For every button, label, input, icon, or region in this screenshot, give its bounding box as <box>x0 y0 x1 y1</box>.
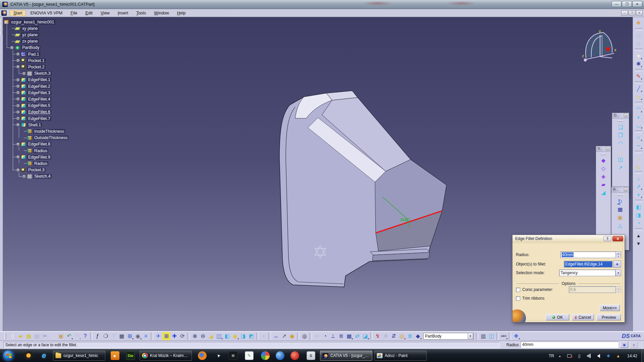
close-icon[interactable]: x <box>606 147 610 150</box>
tree-item-pocket-3[interactable]: −Pocket.3 <box>16 167 46 173</box>
part-design-workbench-icon[interactable]: ❖ <box>635 19 643 27</box>
radius-input[interactable]: 40mm <box>560 251 616 258</box>
dialog-toggle-icon[interactable]: ▣ <box>620 342 628 348</box>
show-hidden-icons[interactable]: ▴ <box>557 353 562 359</box>
tree-item-radius[interactable]: Radius <box>27 147 48 154</box>
annotation-frame-icon[interactable]: ◫ <box>487 332 495 340</box>
tree-item-outsidethickness[interactable]: OutsideThickness <box>27 135 68 141</box>
device-icon[interactable]: ▯ <box>577 353 582 359</box>
multi-view-icon[interactable]: ◫▾ <box>215 332 223 340</box>
cancel-button[interactable]: Cancel <box>572 314 594 320</box>
menu-tools[interactable]: Tools <box>132 10 150 16</box>
close-button[interactable]: ✕ <box>632 1 642 7</box>
spiral-icon[interactable]: ∞ <box>313 332 321 340</box>
fly-mode-icon[interactable]: ✈ <box>154 332 162 340</box>
conic-parameter-checkbox[interactable] <box>516 288 520 292</box>
dropdown-arrow-icon[interactable]: ▼ <box>468 333 473 340</box>
3ds-max-icon[interactable]: M <box>229 351 237 360</box>
cursor-icon[interactable]: ➤ <box>214 351 223 360</box>
menu-file[interactable]: File <box>67 10 81 16</box>
formula-icon[interactable]: ƒ <box>94 332 102 340</box>
apply-material-icon[interactable]: ✱ <box>382 332 390 340</box>
isometric-view-icon[interactable]: ◧ <box>223 332 231 340</box>
tree-expander-icon[interactable]: − <box>16 142 20 146</box>
selection-filter-icon[interactable]: ✱▾ <box>635 60 643 68</box>
join-surface-icon[interactable]: ❑ <box>616 123 625 131</box>
parameters-list-icon[interactable]: ≡ <box>142 332 150 340</box>
measure-item-icon[interactable]: ↗ <box>280 332 288 340</box>
bounding-outline-icon[interactable]: ▫ <box>260 332 268 340</box>
specification-tree[interactable]: ozgur_kese1_himic001xy planeyz planezx p… <box>4 19 111 186</box>
work-grid-icon[interactable]: ▦▾ <box>345 332 353 340</box>
task-folder[interactable]: ozgur_kese1_himic <box>53 351 105 361</box>
mdi-close-button[interactable]: ✕ <box>636 10 643 15</box>
tree-expander-icon[interactable]: + <box>16 52 20 56</box>
tree-expander-icon[interactable]: + <box>16 104 20 108</box>
split-surface-icon[interactable]: ◧ <box>635 203 643 211</box>
preview-button[interactable]: Preview <box>597 314 621 320</box>
pinwheel-icon[interactable] <box>261 351 270 360</box>
tree-item-yz-plane[interactable]: yz plane <box>15 32 39 38</box>
healing-surface-icon[interactable]: ❒ <box>616 131 625 139</box>
rectangular-pattern-icon[interactable]: ▦ <box>616 205 624 214</box>
dimension-frame-icon[interactable]: ▥ <box>479 332 487 340</box>
relations-icon[interactable]: ⊞▾ <box>126 332 134 340</box>
tree-item-shell-1[interactable]: −Shell.1 <box>16 122 42 128</box>
book-icon[interactable]: S <box>307 351 315 360</box>
text-with-leader-icon[interactable]: ABC▾ <box>500 332 508 340</box>
tree-item-edgefillet-9[interactable]: −EdgeFillet.9 <box>16 154 51 160</box>
copy-icon[interactable]: ◫ <box>49 332 57 340</box>
tree-expander-icon[interactable]: + <box>22 175 26 178</box>
clock[interactable]: 14:42 <box>627 354 637 358</box>
minimize-button[interactable]: — <box>611 1 622 7</box>
measure-inertia-icon[interactable]: ◉ <box>288 332 296 340</box>
tree-expander-icon[interactable]: − <box>10 46 14 50</box>
power-copy-icon[interactable]: △ <box>616 222 624 230</box>
globe-icon[interactable] <box>276 351 284 360</box>
signal-icon[interactable] <box>586 353 592 359</box>
knowledge-inspector-icon[interactable]: ? <box>110 332 118 340</box>
cut-icon[interactable]: ✂ <box>41 332 49 340</box>
fillet-surface-icon[interactable]: ◡▾ <box>635 121 643 129</box>
select-arrow-icon[interactable]: ➤▾ <box>635 52 643 60</box>
firefox-icon[interactable] <box>198 351 207 360</box>
design-table-icon[interactable]: ▦ <box>118 332 126 340</box>
volume-icon[interactable] <box>596 353 601 359</box>
pan-icon[interactable]: ✚ <box>170 332 178 340</box>
boundary-curve-icon[interactable]: ◔ <box>635 219 643 227</box>
copy-special-doc-icon[interactable]: ▥ <box>635 40 643 48</box>
objects-to-fillet-input[interactable]: EdgeFillet.6\Edge.14 <box>564 261 612 267</box>
tree-item-partbody[interactable]: −PartBody <box>10 45 40 51</box>
network-status-icon[interactable]: ✕ <box>567 353 572 359</box>
dialog-close-button[interactable]: ✕ <box>612 236 623 241</box>
untrim-surface-icon[interactable]: ◡ <box>616 147 625 156</box>
tree-item-edgefillet-4[interactable]: +EdgeFillet.4 <box>16 96 51 102</box>
shading-with-edges-icon[interactable]: ◨ <box>239 332 247 340</box>
volume-sweep-icon[interactable]: ◢ <box>599 189 607 197</box>
task-chrome[interactable]: Kral Müzik – Kralmuz... <box>140 351 192 361</box>
rotate-icon[interactable]: ⟳ <box>178 332 186 340</box>
lock-icon[interactable]: ◉▾ <box>134 332 142 340</box>
power-input-field[interactable]: 40mm <box>521 342 619 348</box>
search-light-icon[interactable]: ◎▾ <box>398 332 406 340</box>
dreamweaver-icon[interactable]: Dw <box>126 351 135 360</box>
zoom-out-icon[interactable]: ⊖ <box>199 332 207 340</box>
tree-item-pocket-2[interactable]: −Pocket.2 <box>16 64 46 70</box>
task-catia[interactable]: CATIA V5 - [ozgur_k... <box>320 351 372 361</box>
menu-start[interactable]: Start <box>10 10 26 16</box>
offset-surface-icon[interactable]: ◖▾ <box>635 191 643 199</box>
trim-surface-icon[interactable]: ◨ <box>635 211 643 219</box>
line-icon[interactable]: ╱▾ <box>635 85 643 93</box>
window-views-icon[interactable]: ◪▾ <box>361 332 369 340</box>
rotate-pattern-icon[interactable]: ↻×N <box>616 197 624 205</box>
menu-help[interactable]: Help <box>173 10 190 16</box>
tree-item-edgefillet-3[interactable]: +EdgeFillet.3 <box>16 89 51 96</box>
aimp-icon[interactable] <box>24 351 33 360</box>
start-button[interactable] <box>3 350 14 361</box>
snapshot-icon[interactable]: ◎ <box>301 332 309 340</box>
measure-between-icon[interactable]: ↔ <box>272 332 280 340</box>
tree-item-ozgur-kese1-himic001[interactable]: ozgur_kese1_himic001 <box>4 19 55 25</box>
comment-icon[interactable]: ❍ <box>102 332 110 340</box>
project-curve-icon[interactable]: ↓ <box>635 175 643 183</box>
maximize-button[interactable]: ❐ <box>622 1 632 7</box>
